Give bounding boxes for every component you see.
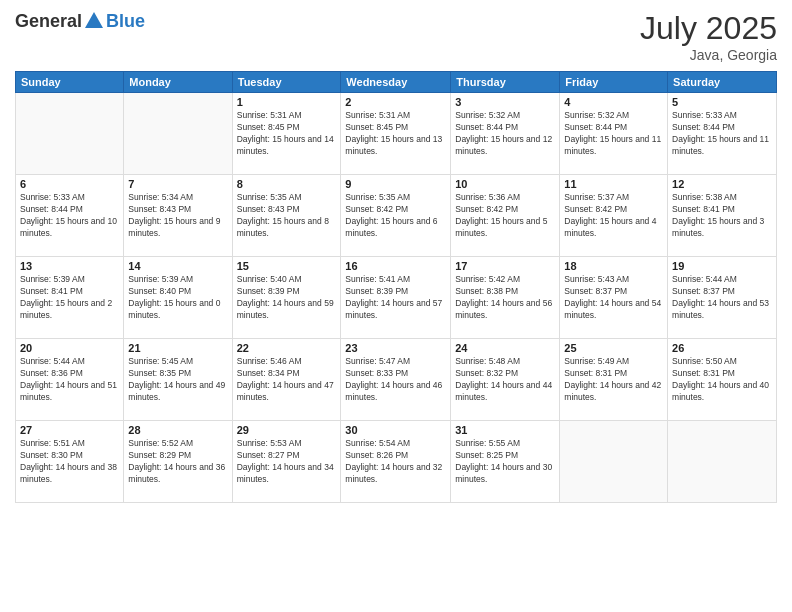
weekday-header-row: Sunday Monday Tuesday Wednesday Thursday… [16, 72, 777, 93]
day-number: 2 [345, 96, 446, 108]
day-number: 11 [564, 178, 663, 190]
table-row: 25Sunrise: 5:49 AM Sunset: 8:31 PM Dayli… [560, 339, 668, 421]
header-wednesday: Wednesday [341, 72, 451, 93]
table-row: 2Sunrise: 5:31 AM Sunset: 8:45 PM Daylig… [341, 93, 451, 175]
table-row: 20Sunrise: 5:44 AM Sunset: 8:36 PM Dayli… [16, 339, 124, 421]
logo-icon [83, 10, 105, 32]
day-number: 13 [20, 260, 119, 272]
day-number: 10 [455, 178, 555, 190]
day-number: 7 [128, 178, 227, 190]
table-row: 30Sunrise: 5:54 AM Sunset: 8:26 PM Dayli… [341, 421, 451, 503]
day-info: Sunrise: 5:38 AM Sunset: 8:41 PM Dayligh… [672, 192, 772, 240]
table-row: 3Sunrise: 5:32 AM Sunset: 8:44 PM Daylig… [451, 93, 560, 175]
day-number: 4 [564, 96, 663, 108]
day-info: Sunrise: 5:48 AM Sunset: 8:32 PM Dayligh… [455, 356, 555, 404]
day-info: Sunrise: 5:39 AM Sunset: 8:40 PM Dayligh… [128, 274, 227, 322]
table-row: 9Sunrise: 5:35 AM Sunset: 8:42 PM Daylig… [341, 175, 451, 257]
table-row: 31Sunrise: 5:55 AM Sunset: 8:25 PM Dayli… [451, 421, 560, 503]
table-row: 11Sunrise: 5:37 AM Sunset: 8:42 PM Dayli… [560, 175, 668, 257]
day-info: Sunrise: 5:34 AM Sunset: 8:43 PM Dayligh… [128, 192, 227, 240]
table-row: 15Sunrise: 5:40 AM Sunset: 8:39 PM Dayli… [232, 257, 341, 339]
table-row: 8Sunrise: 5:35 AM Sunset: 8:43 PM Daylig… [232, 175, 341, 257]
table-row: 1Sunrise: 5:31 AM Sunset: 8:45 PM Daylig… [232, 93, 341, 175]
table-row: 14Sunrise: 5:39 AM Sunset: 8:40 PM Dayli… [124, 257, 232, 339]
day-info: Sunrise: 5:39 AM Sunset: 8:41 PM Dayligh… [20, 274, 119, 322]
day-info: Sunrise: 5:49 AM Sunset: 8:31 PM Dayligh… [564, 356, 663, 404]
calendar-week-row: 1Sunrise: 5:31 AM Sunset: 8:45 PM Daylig… [16, 93, 777, 175]
day-info: Sunrise: 5:44 AM Sunset: 8:37 PM Dayligh… [672, 274, 772, 322]
day-info: Sunrise: 5:32 AM Sunset: 8:44 PM Dayligh… [455, 110, 555, 158]
table-row: 27Sunrise: 5:51 AM Sunset: 8:30 PM Dayli… [16, 421, 124, 503]
table-row: 22Sunrise: 5:46 AM Sunset: 8:34 PM Dayli… [232, 339, 341, 421]
day-number: 9 [345, 178, 446, 190]
table-row: 13Sunrise: 5:39 AM Sunset: 8:41 PM Dayli… [16, 257, 124, 339]
day-number: 24 [455, 342, 555, 354]
day-info: Sunrise: 5:47 AM Sunset: 8:33 PM Dayligh… [345, 356, 446, 404]
table-row: 19Sunrise: 5:44 AM Sunset: 8:37 PM Dayli… [668, 257, 777, 339]
table-row [124, 93, 232, 175]
logo: General Blue [15, 10, 145, 32]
day-info: Sunrise: 5:35 AM Sunset: 8:42 PM Dayligh… [345, 192, 446, 240]
day-number: 31 [455, 424, 555, 436]
title-block: July 2025 Java, Georgia [640, 10, 777, 63]
day-info: Sunrise: 5:31 AM Sunset: 8:45 PM Dayligh… [345, 110, 446, 158]
table-row: 4Sunrise: 5:32 AM Sunset: 8:44 PM Daylig… [560, 93, 668, 175]
day-info: Sunrise: 5:37 AM Sunset: 8:42 PM Dayligh… [564, 192, 663, 240]
day-info: Sunrise: 5:36 AM Sunset: 8:42 PM Dayligh… [455, 192, 555, 240]
table-row: 26Sunrise: 5:50 AM Sunset: 8:31 PM Dayli… [668, 339, 777, 421]
day-info: Sunrise: 5:31 AM Sunset: 8:45 PM Dayligh… [237, 110, 337, 158]
header-monday: Monday [124, 72, 232, 93]
day-number: 14 [128, 260, 227, 272]
day-number: 16 [345, 260, 446, 272]
day-number: 28 [128, 424, 227, 436]
table-row [16, 93, 124, 175]
day-info: Sunrise: 5:41 AM Sunset: 8:39 PM Dayligh… [345, 274, 446, 322]
calendar-week-row: 20Sunrise: 5:44 AM Sunset: 8:36 PM Dayli… [16, 339, 777, 421]
calendar-table: Sunday Monday Tuesday Wednesday Thursday… [15, 71, 777, 503]
table-row: 28Sunrise: 5:52 AM Sunset: 8:29 PM Dayli… [124, 421, 232, 503]
table-row: 10Sunrise: 5:36 AM Sunset: 8:42 PM Dayli… [451, 175, 560, 257]
day-info: Sunrise: 5:52 AM Sunset: 8:29 PM Dayligh… [128, 438, 227, 486]
day-number: 29 [237, 424, 337, 436]
day-info: Sunrise: 5:45 AM Sunset: 8:35 PM Dayligh… [128, 356, 227, 404]
day-info: Sunrise: 5:54 AM Sunset: 8:26 PM Dayligh… [345, 438, 446, 486]
logo-blue: Blue [106, 11, 145, 32]
day-number: 6 [20, 178, 119, 190]
day-info: Sunrise: 5:50 AM Sunset: 8:31 PM Dayligh… [672, 356, 772, 404]
table-row [668, 421, 777, 503]
day-info: Sunrise: 5:53 AM Sunset: 8:27 PM Dayligh… [237, 438, 337, 486]
logo-general: General [15, 11, 82, 32]
day-number: 17 [455, 260, 555, 272]
title-month: July 2025 [640, 10, 777, 47]
day-number: 12 [672, 178, 772, 190]
table-row: 21Sunrise: 5:45 AM Sunset: 8:35 PM Dayli… [124, 339, 232, 421]
day-number: 23 [345, 342, 446, 354]
calendar-week-row: 27Sunrise: 5:51 AM Sunset: 8:30 PM Dayli… [16, 421, 777, 503]
day-info: Sunrise: 5:42 AM Sunset: 8:38 PM Dayligh… [455, 274, 555, 322]
day-number: 15 [237, 260, 337, 272]
table-row: 6Sunrise: 5:33 AM Sunset: 8:44 PM Daylig… [16, 175, 124, 257]
day-info: Sunrise: 5:43 AM Sunset: 8:37 PM Dayligh… [564, 274, 663, 322]
day-number: 5 [672, 96, 772, 108]
header-thursday: Thursday [451, 72, 560, 93]
day-number: 3 [455, 96, 555, 108]
day-info: Sunrise: 5:32 AM Sunset: 8:44 PM Dayligh… [564, 110, 663, 158]
header-tuesday: Tuesday [232, 72, 341, 93]
table-row: 29Sunrise: 5:53 AM Sunset: 8:27 PM Dayli… [232, 421, 341, 503]
day-number: 25 [564, 342, 663, 354]
day-info: Sunrise: 5:40 AM Sunset: 8:39 PM Dayligh… [237, 274, 337, 322]
calendar-week-row: 13Sunrise: 5:39 AM Sunset: 8:41 PM Dayli… [16, 257, 777, 339]
day-info: Sunrise: 5:46 AM Sunset: 8:34 PM Dayligh… [237, 356, 337, 404]
table-row [560, 421, 668, 503]
page: General Blue July 2025 Java, Georgia Sun… [0, 0, 792, 612]
day-number: 20 [20, 342, 119, 354]
day-info: Sunrise: 5:35 AM Sunset: 8:43 PM Dayligh… [237, 192, 337, 240]
day-number: 1 [237, 96, 337, 108]
day-info: Sunrise: 5:33 AM Sunset: 8:44 PM Dayligh… [672, 110, 772, 158]
table-row: 18Sunrise: 5:43 AM Sunset: 8:37 PM Dayli… [560, 257, 668, 339]
header-sunday: Sunday [16, 72, 124, 93]
day-number: 21 [128, 342, 227, 354]
table-row: 16Sunrise: 5:41 AM Sunset: 8:39 PM Dayli… [341, 257, 451, 339]
day-info: Sunrise: 5:51 AM Sunset: 8:30 PM Dayligh… [20, 438, 119, 486]
day-info: Sunrise: 5:33 AM Sunset: 8:44 PM Dayligh… [20, 192, 119, 240]
